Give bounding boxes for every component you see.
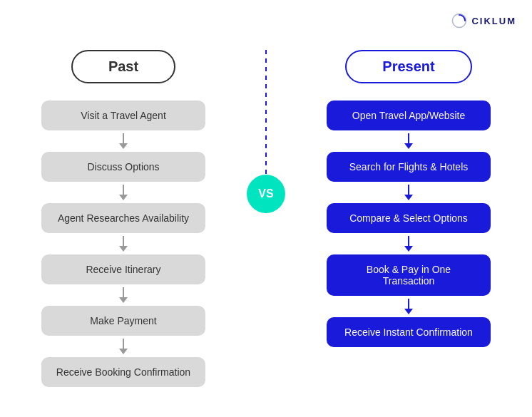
arrow-line	[408, 299, 409, 309]
arrow-head	[119, 297, 128, 303]
arrow-line	[408, 133, 409, 143]
arrow-head	[404, 195, 413, 200]
past-arrow-3	[119, 236, 128, 252]
arrow-head	[404, 309, 413, 314]
past-title: Past	[71, 50, 175, 83]
arrow-head	[119, 143, 128, 149]
present-arrow-2	[404, 185, 413, 200]
logo-text: CIKLUM	[471, 16, 516, 26]
logo: CIKLUM	[451, 13, 516, 29]
present-title: Present	[345, 50, 471, 83]
past-arrow-4	[119, 287, 128, 303]
arrow-head	[119, 349, 128, 354]
arrow-head	[119, 246, 128, 252]
past-arrow-5	[119, 339, 128, 354]
present-step-3: Compare & Select Options	[327, 203, 491, 233]
past-step-2: Discuss Options	[41, 152, 205, 182]
svg-point-0	[453, 14, 466, 27]
past-arrow-1	[119, 133, 128, 149]
present-arrow-3	[404, 236, 413, 252]
present-step-2: Search for Flights & Hotels	[327, 152, 491, 182]
arrow-line	[123, 287, 124, 297]
present-step-1: Open Travel App/Website	[327, 101, 491, 130]
present-step-5: Receive Instant Confirmation	[327, 317, 491, 347]
arrow-line	[123, 339, 124, 349]
past-column: Past Visit a Travel Agent Discuss Option…	[16, 50, 230, 387]
arrow-line	[123, 185, 124, 195]
past-step-4: Receive Itinerary	[41, 254, 205, 284]
vs-badge: VS	[247, 175, 285, 213]
present-column: Present Open Travel App/Website Search f…	[302, 50, 516, 347]
past-step-3: Agent Researches Availability	[41, 203, 205, 233]
past-arrow-2	[119, 185, 128, 200]
past-step-5: Make Payment	[41, 306, 205, 336]
arrow-head	[119, 195, 128, 200]
arrow-head	[404, 246, 413, 252]
present-arrow-1	[404, 133, 413, 149]
present-step-4: Book & Pay in One Transaction	[327, 254, 491, 296]
present-arrow-4	[404, 299, 413, 314]
past-step-1: Visit a Travel Agent	[41, 101, 205, 130]
arrow-line	[408, 236, 409, 246]
arrow-line	[123, 236, 124, 246]
arrow-line	[123, 133, 124, 143]
divider-column: VS	[230, 50, 302, 213]
main-container: Past Visit a Travel Agent Discuss Option…	[0, 0, 532, 417]
ciklum-logo-icon	[451, 13, 467, 29]
arrow-line	[408, 185, 409, 195]
past-step-6: Receive Booking Confirmation	[41, 357, 205, 387]
arrow-head	[404, 143, 413, 149]
